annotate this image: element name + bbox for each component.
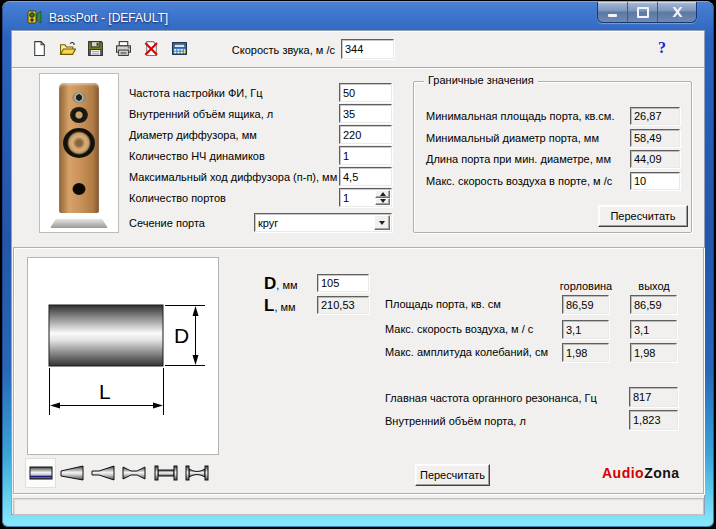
client-area: Скорость звука, м /с ? Частота настройки… (11, 30, 705, 515)
calculator-button[interactable] (169, 40, 189, 59)
fi-frequency-label: Частота настройки ФИ, Гц (129, 87, 263, 99)
max-air-speed-input[interactable] (630, 172, 680, 190)
cone-diameter-input[interactable] (339, 125, 392, 144)
title-bar[interactable]: BassPort - [DEFAULT] (26, 8, 168, 28)
shape-cone-button[interactable] (56, 458, 87, 488)
delete-button[interactable] (141, 40, 161, 59)
spin-up-button[interactable] (375, 190, 390, 198)
port-hole-icon (73, 183, 86, 195)
port-section-label: Сечение порта (129, 217, 205, 229)
column-header-throat: горловина (551, 280, 621, 292)
amplitude-label: Макс. амплитуда колебаний, см (385, 346, 548, 358)
maximize-button[interactable] (628, 2, 658, 22)
diagram-l-label: L (99, 380, 111, 403)
midrange-icon (70, 107, 88, 123)
shape-flanged-tube-button[interactable] (150, 458, 181, 488)
minimize-button[interactable] (598, 2, 628, 22)
min-port-area-field: 26,87 (630, 107, 680, 125)
cone-shape-icon (59, 463, 85, 483)
port-section-select[interactable]: круг (254, 213, 392, 232)
shape-cylinder-button[interactable] (25, 458, 56, 488)
save-button[interactable] (85, 40, 105, 59)
shape-horn-button[interactable] (87, 458, 118, 488)
app-icon (26, 9, 42, 27)
d-dim-label: D, мм (264, 274, 298, 294)
woofer-count-input[interactable] (339, 146, 392, 165)
close-icon (672, 7, 683, 17)
flanged-hourglass-shape-icon (184, 463, 210, 483)
open-folder-icon (59, 40, 76, 57)
window-controls (597, 2, 697, 23)
port-count-label: Количество портов (129, 192, 226, 204)
port-area-exit-field: 86,59 (630, 295, 677, 314)
fi-frequency-input[interactable] (339, 83, 392, 102)
speaker-tower (59, 83, 99, 213)
shape-venturi-button[interactable] (118, 458, 149, 488)
cone-excursion-input[interactable] (339, 167, 392, 186)
calculator-icon (171, 40, 188, 57)
recalc-main-button[interactable]: Пересчитать (415, 464, 490, 486)
organ-resonance-field: 817 (629, 387, 678, 407)
flanged-tube-shape-icon (153, 463, 179, 483)
printer-icon (115, 40, 132, 57)
open-file-button[interactable] (57, 40, 77, 59)
l-dim-label: L, мм (264, 296, 296, 316)
speed-of-sound-input[interactable] (341, 39, 394, 59)
port-count-stepper (339, 188, 392, 207)
amplitude-throat-field: 1,98 (562, 343, 609, 362)
air-speed-label: Макс. скорость воздуха, м / с (385, 323, 533, 335)
minimize-icon (608, 14, 617, 17)
column-header-exit: выход (619, 280, 689, 292)
arrow-down-icon (380, 199, 386, 203)
port-volume-label: Внутренний объём порта, л (385, 415, 526, 427)
cylinder-shape-icon (28, 463, 54, 483)
window-title: BassPort - [DEFAULT] (49, 11, 168, 25)
cone-diameter-label: Диаметр диффузора, мм (129, 129, 257, 141)
min-port-diameter-label: Минимальный диаметр порта, мм (426, 132, 599, 144)
recalc-limits-button[interactable]: Пересчитать (598, 205, 688, 227)
port-length-field: 210,53 (317, 296, 369, 314)
new-document-icon (31, 40, 48, 57)
air-speed-exit-field: 3,1 (630, 320, 677, 339)
app-window: BassPort - [DEFAULT] (0, 0, 716, 529)
shape-flanged-hourglass-button[interactable] (181, 458, 212, 488)
port-length-min-label: Длина порта при мин. диаметре, мм (426, 153, 611, 165)
limits-group: Граничные значения Минимальная площадь п… (413, 81, 692, 233)
tweeter-icon (73, 92, 86, 103)
close-button[interactable] (658, 2, 696, 22)
max-air-speed-label: Макс. скорость воздуха в порте, м /с (426, 175, 612, 187)
amplitude-exit-field: 1,98 (630, 343, 677, 362)
box-volume-input[interactable] (339, 104, 392, 123)
box-volume-label: Внутренний объём ящика, л (129, 108, 273, 120)
port-diagram: D L (27, 257, 219, 455)
print-button[interactable] (113, 40, 133, 59)
port-diameter-input[interactable] (317, 274, 369, 292)
spin-down-button[interactable] (375, 198, 390, 206)
port-volume-field: 1,823 (629, 410, 678, 430)
delete-icon (143, 40, 160, 57)
dropdown-button[interactable] (374, 215, 390, 230)
min-port-diameter-field: 58,49 (630, 129, 680, 147)
toolbar: Скорость звука, м /с ? (12, 31, 704, 68)
speaker-image (39, 73, 119, 233)
save-icon (87, 40, 104, 57)
port-count-input[interactable] (341, 190, 375, 205)
cone-excursion-label: Максимальный ход диффузора (п-п), мм (129, 171, 337, 183)
speaker-base (50, 219, 108, 228)
port-diagram-drawing: D L (28, 258, 218, 454)
port-length-min-field: 44,09 (630, 150, 680, 168)
woofer-count-label: Количество НЧ динамиков (129, 150, 265, 162)
air-speed-throat-field: 3,1 (562, 320, 609, 339)
audiozona-logo: AudioZona (602, 465, 680, 481)
port-panel: D L D, мм L, мм 210,53 горловина выход П… (13, 247, 704, 494)
limits-group-title: Граничные значения (424, 74, 538, 86)
speed-of-sound-label: Скорость звука, м /с (227, 44, 335, 56)
venturi-shape-icon (121, 463, 147, 483)
new-file-button[interactable] (29, 40, 49, 59)
port-area-label: Площадь порта, кв. см (385, 298, 501, 310)
min-port-area-label: Минимальная площадь порта, кв.см. (426, 110, 614, 122)
stepper-buttons (375, 190, 390, 205)
organ-resonance-label: Главная частота органного резонанса, Гц (385, 392, 597, 404)
help-button[interactable]: ? (658, 39, 666, 57)
chevron-down-icon (379, 221, 385, 225)
